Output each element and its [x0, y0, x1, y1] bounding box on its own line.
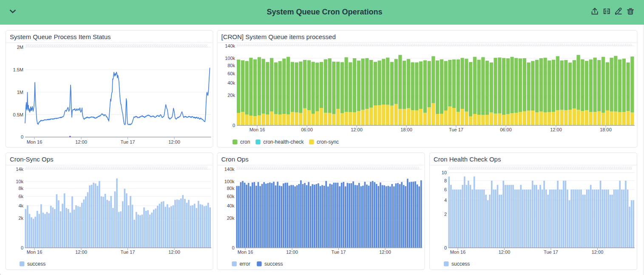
svg-text:12:00: 12:00: [550, 127, 562, 132]
svg-text:4k: 4k: [18, 203, 23, 208]
svg-text:80k: 80k: [227, 63, 235, 68]
svg-text:2M: 2M: [17, 45, 23, 50]
svg-text:12:00: 12:00: [75, 249, 87, 255]
svg-text:0: 0: [233, 123, 235, 128]
svg-text:40k: 40k: [227, 80, 235, 85]
svg-text:Cron Ops: Cron Ops: [221, 156, 249, 163]
svg-text:18:00: 18:00: [600, 127, 612, 132]
svg-text:18:00: 18:00: [400, 127, 412, 132]
svg-text:12:00: 12:00: [592, 249, 604, 255]
svg-text:0: 0: [21, 245, 23, 250]
svg-text:4: 4: [444, 198, 447, 203]
svg-text:Mon 16: Mon 16: [250, 127, 265, 132]
svg-text:error: error: [239, 261, 250, 267]
svg-text:140k: 140k: [225, 43, 235, 48]
svg-text:cron-sync: cron-sync: [317, 139, 339, 145]
svg-text:0.5M: 0.5M: [13, 112, 23, 117]
svg-text:0: 0: [21, 134, 23, 139]
svg-text:100k: 100k: [225, 56, 235, 61]
svg-text:Tue 17: Tue 17: [449, 127, 463, 132]
svg-text:12:00: 12:00: [286, 249, 298, 255]
svg-text:12:00: 12:00: [351, 127, 363, 132]
svg-text:1M: 1M: [17, 90, 23, 95]
svg-text:06:00: 06:00: [500, 127, 512, 132]
svg-text:Tue 17: Tue 17: [544, 249, 558, 255]
svg-text:Tue 17: Tue 17: [121, 139, 135, 145]
svg-text:success: success: [27, 261, 45, 267]
svg-text:Mon 16: Mon 16: [27, 249, 43, 255]
svg-text:14k: 14k: [16, 167, 23, 172]
svg-text:12:00: 12:00: [499, 249, 511, 255]
svg-text:12:00: 12:00: [168, 139, 180, 145]
svg-text:8: 8: [444, 178, 447, 183]
svg-text:System Queue Process Item Stat: System Queue Process Item Status: [10, 33, 111, 40]
svg-text:Tue 17: Tue 17: [121, 249, 135, 255]
svg-text:cron: cron: [240, 139, 250, 145]
svg-text:6k: 6k: [18, 194, 23, 199]
svg-text:success: success: [264, 261, 283, 267]
svg-text:2k: 2k: [18, 215, 23, 221]
svg-text:0: 0: [232, 245, 234, 250]
svg-text:10: 10: [442, 170, 447, 175]
svg-text:10k: 10k: [16, 179, 23, 184]
svg-text:Mon 16: Mon 16: [27, 139, 43, 145]
svg-text:12:00: 12:00: [379, 249, 391, 255]
svg-text:06:00: 06:00: [301, 127, 313, 132]
svg-text:success: success: [451, 261, 470, 267]
svg-text:Cron-Sync Ops: Cron-Sync Ops: [10, 156, 54, 163]
svg-text:Mon 16: Mon 16: [450, 249, 466, 255]
svg-text:0: 0: [444, 245, 447, 250]
svg-text:60k: 60k: [227, 71, 235, 76]
svg-text:20k: 20k: [227, 93, 235, 98]
svg-text:80k: 80k: [227, 186, 235, 191]
svg-text:cron-health-check: cron-health-check: [263, 139, 304, 145]
svg-text:8k: 8k: [18, 186, 23, 191]
svg-text:20k: 20k: [227, 215, 235, 221]
svg-text:140k: 140k: [224, 167, 235, 172]
svg-text:1.5M: 1.5M: [13, 67, 23, 72]
svg-text:Mon 16: Mon 16: [238, 249, 253, 255]
svg-text:Cron Health Check Ops: Cron Health Check Ops: [434, 156, 501, 163]
svg-text:40k: 40k: [227, 203, 235, 208]
svg-text:12:00: 12:00: [168, 249, 180, 255]
svg-text:100k: 100k: [224, 179, 235, 184]
svg-text:[CRON] System Queue items proc: [CRON] System Queue items processed: [221, 33, 336, 40]
svg-text:System Queue Cron Operations: System Queue Cron Operations: [267, 8, 382, 16]
svg-text:12:00: 12:00: [75, 139, 87, 145]
svg-text:Tue 17: Tue 17: [332, 249, 346, 255]
svg-text:6: 6: [444, 187, 447, 192]
svg-text:60k: 60k: [227, 194, 235, 199]
svg-text:2: 2: [444, 212, 447, 217]
